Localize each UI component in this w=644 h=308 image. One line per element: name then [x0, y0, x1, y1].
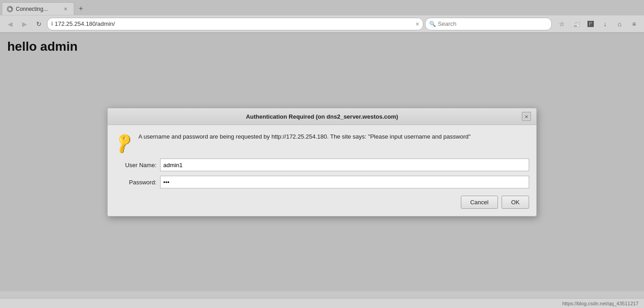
search-icon: 🔍	[429, 21, 436, 27]
pocket-icon: 🅿	[587, 20, 594, 28]
modal-message: A username and password are being reques…	[138, 132, 471, 141]
modal-overlay: Authentication Required (on dns2_server.…	[0, 33, 644, 291]
modal-body: 🔑 A username and password are being requ…	[108, 125, 536, 216]
search-input[interactable]	[438, 20, 548, 27]
active-tab[interactable]: Connecting... ×	[2, 2, 74, 15]
key-icon: 🔑	[112, 131, 136, 155]
nav-bar: ◀ ▶ ↻ ℹ × 🔍 ☆ 📰 🅿 ↓	[0, 15, 644, 33]
modal-close-button[interactable]: ×	[522, 112, 531, 121]
browser-chrome: Connecting... × + ◀ ▶ ↻ ℹ × 🔍 ☆	[0, 0, 644, 33]
reload-icon: ↻	[36, 20, 42, 28]
hamburger-icon: ≡	[632, 20, 636, 28]
reader-icon: 📰	[573, 20, 580, 28]
auth-dialog: Authentication Required (on dns2_server.…	[107, 108, 537, 217]
modal-title: Authentication Required (on dns2_server.…	[122, 113, 522, 120]
forward-button[interactable]: ▶	[18, 18, 31, 30]
home-icon: ⌂	[618, 20, 621, 28]
ok-button[interactable]: OK	[502, 196, 529, 209]
reload-button[interactable]: ↻	[33, 18, 45, 30]
tab-label: Connecting...	[16, 6, 59, 12]
menu-button[interactable]: ≡	[628, 18, 640, 30]
password-input[interactable]	[160, 176, 529, 188]
address-clear-button[interactable]: ×	[416, 20, 419, 28]
username-input[interactable]	[160, 159, 529, 171]
address-bar[interactable]: ℹ ×	[47, 18, 423, 30]
password-row: Password:	[115, 176, 529, 188]
tab-loading-icon	[7, 6, 13, 12]
cancel-button[interactable]: Cancel	[461, 196, 498, 209]
back-icon: ◀	[8, 20, 13, 28]
forward-icon: ▶	[22, 20, 27, 28]
security-icon: ℹ	[51, 21, 53, 27]
modal-actions: Cancel OK	[115, 196, 529, 209]
tab-close-button[interactable]: ×	[62, 5, 69, 13]
bookmark-button[interactable]: ☆	[555, 18, 568, 30]
modal-header: Authentication Required (on dns2_server.…	[108, 108, 536, 125]
tab-bar: Connecting... × +	[0, 0, 644, 15]
username-row: User Name:	[115, 159, 529, 171]
download-icon: ↓	[604, 20, 607, 28]
address-input[interactable]	[55, 20, 414, 27]
modal-message-row: 🔑 A username and password are being requ…	[115, 132, 529, 151]
pocket-button[interactable]: 🅿	[584, 18, 597, 30]
username-label: User Name:	[115, 162, 160, 168]
back-button[interactable]: ◀	[4, 18, 16, 30]
toolbar-icons: ☆ 📰 🅿 ↓ ⌂ ≡	[555, 18, 640, 30]
new-tab-button[interactable]: +	[75, 3, 87, 14]
status-bar: https://blog.csdn.net/qq_43511217	[0, 298, 644, 308]
page-content: hello admin Authentication Required (on …	[0, 33, 644, 291]
bookmark-icon: ☆	[559, 20, 565, 28]
password-label: Password:	[115, 179, 160, 186]
reader-view-button[interactable]: 📰	[570, 18, 582, 30]
home-button[interactable]: ⌂	[613, 18, 626, 30]
download-button[interactable]: ↓	[599, 18, 611, 30]
status-url: https://blog.csdn.net/qq_43511217	[562, 301, 639, 306]
search-bar[interactable]: 🔍	[425, 18, 552, 30]
